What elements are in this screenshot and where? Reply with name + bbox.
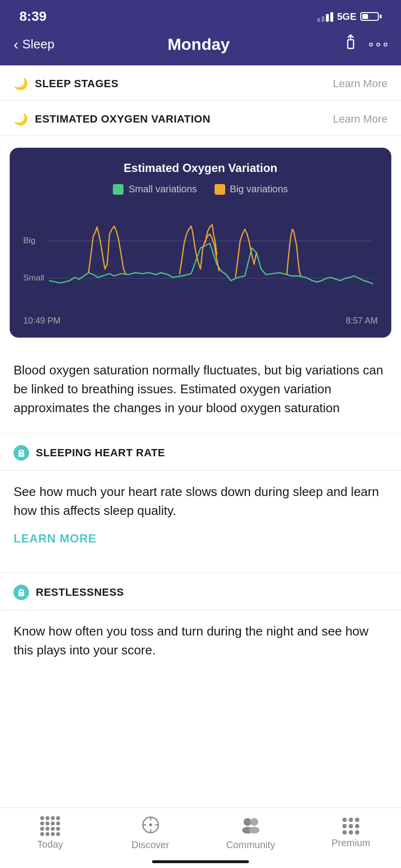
chart-title: Estimated Oxygen Variation [19,161,382,175]
nav-actions [343,34,387,55]
legend-small: Small variations [113,184,197,195]
oxygen-description: Blood oxygen saturation normally fluctua… [0,349,401,433]
community-icon [241,816,261,837]
status-icons: 5GE [317,11,382,22]
more-options-icon[interactable] [369,43,387,46]
chart-start-time: 10:49 PM [23,316,61,326]
nav-today[interactable]: Today [21,816,79,850]
svg-point-13 [244,818,251,826]
nav-premium[interactable]: Premium [322,818,380,849]
nav-community[interactable]: Community [222,816,280,851]
svg-point-6 [21,593,22,595]
page-title: Monday [168,35,230,54]
restlessness-title: RESTLESSNESS [36,586,124,599]
chart-area: Big Small [23,206,378,313]
big-label: Big [23,235,35,245]
status-time: 8:39 [19,9,46,24]
sleeping-heart-rate-title: SLEEPING HEART RATE [36,447,165,459]
heart-rate-learn-more[interactable]: LEARN MORE [14,532,96,545]
legend-small-swatch [113,184,123,195]
legend-big-swatch [215,184,225,195]
svg-rect-0 [348,40,354,48]
restlessness-description: Know how often you toss and turn during … [14,622,387,660]
svg-point-16 [249,827,260,834]
lock-icon-restlessness [14,585,29,600]
nav-header: ‹ Sleep Monday [0,29,401,65]
moon-icon: 🌙 [14,77,28,91]
small-label: Small [23,273,44,282]
legend-big-label: Big variations [230,184,288,195]
back-button[interactable]: ‹ Sleep [14,36,55,53]
bottom-nav: Today Discover Community [0,807,401,868]
premium-icon [342,818,359,835]
svg-point-8 [149,823,152,826]
chart-end-time: 8:57 AM [346,316,378,326]
network-label: 5GE [337,11,356,22]
sleep-stages-title: SLEEP STAGES [35,78,119,90]
legend-small-label: Small variations [128,184,197,195]
svg-point-14 [250,818,258,826]
sleeping-heart-rate-description: See how much your heart rate slows down … [14,482,387,520]
sleep-stages-learn-more[interactable]: Learn More [333,78,387,90]
restlessness-body: Know how often you toss and turn during … [0,610,401,708]
back-label: Sleep [22,37,55,52]
status-bar: 8:39 5GE [0,0,401,29]
oxygen-variation-title: ESTIMATED OXYGEN VARIATION [35,113,211,125]
chart-legend: Small variations Big variations [19,184,382,195]
home-indicator [152,860,249,863]
today-icon [40,816,60,836]
discover-icon [141,816,160,837]
sleep-stages-section: 🌙 SLEEP STAGES Learn More [0,65,401,101]
community-label: Community [226,839,275,851]
discover-label: Discover [132,839,170,851]
share-icon[interactable] [343,34,358,55]
chart-times: 10:49 PM 8:57 AM [19,316,382,326]
sleeping-heart-rate-section: SLEEPING HEART RATE [0,433,401,471]
restlessness-section: RESTLESSNESS [0,573,401,610]
oxygen-chart: Estimated Oxygen Variation Small variati… [10,148,391,338]
battery-icon [360,12,382,21]
oxygen-description-text: Blood oxygen saturation normally fluctua… [14,363,383,415]
today-label: Today [37,839,63,850]
nav-discover[interactable]: Discover [122,816,180,851]
signal-icon [317,11,333,22]
legend-big: Big variations [215,184,288,195]
oxygen-variation-section: 🌙 ESTIMATED OXYGEN VARIATION Learn More [0,101,401,136]
premium-label: Premium [331,837,370,849]
svg-point-4 [21,454,22,455]
oxygen-learn-more[interactable]: Learn More [333,113,387,125]
back-chevron-icon: ‹ [14,36,18,53]
lock-icon-heart-rate [14,445,29,461]
moon-icon-2: 🌙 [14,112,28,126]
sleeping-heart-rate-body: See how much your heart rate slows down … [0,471,401,553]
